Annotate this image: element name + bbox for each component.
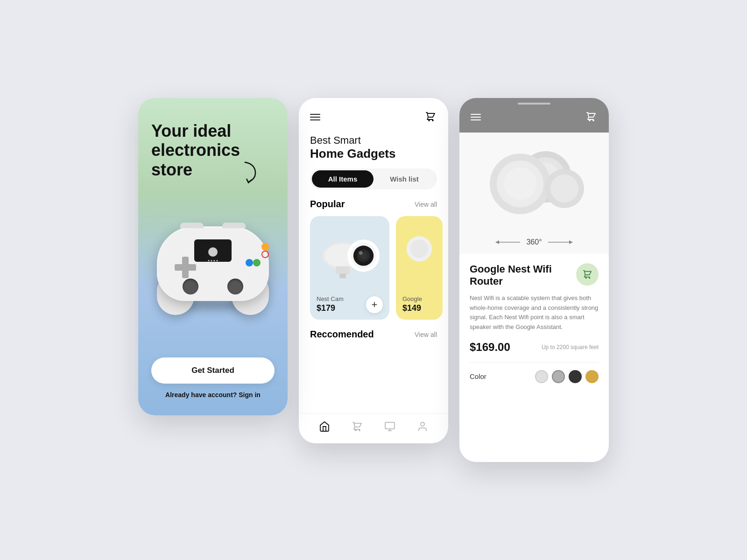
screen1-bottom: Get Started Already have account? Sign i…: [151, 357, 275, 399]
svg-point-21: [504, 168, 536, 200]
coverage-text: Up to 2200 square feet: [542, 344, 599, 350]
svg-point-11: [410, 240, 429, 258]
add-to-cart-button[interactable]: [576, 263, 599, 286]
google-product-image: [396, 216, 443, 291]
product-360-area: 360°: [459, 133, 609, 254]
popular-view-all[interactable]: View all: [415, 201, 437, 208]
hamburger-line-1: [310, 114, 320, 115]
recommended-section: Reccomended View all: [299, 320, 448, 344]
screen3-cart-button[interactable]: [585, 111, 598, 123]
speaker: [208, 260, 218, 261]
analog-right: [227, 279, 243, 294]
degree-label: 360°: [526, 238, 542, 246]
cart-svg-icon: [425, 111, 437, 123]
price-row: $169.00 Up to 2200 square feet: [470, 341, 599, 354]
signin-prompt: Already have account? Sign in: [151, 391, 275, 399]
divider: [470, 362, 599, 363]
cart-add-icon: [582, 269, 592, 280]
arrow-decoration: [237, 159, 264, 186]
nav-cart[interactable]: [352, 421, 363, 432]
screen2-main-title: Home Gadgets: [310, 147, 437, 161]
color-option-white[interactable]: [535, 370, 548, 383]
arrow-left-icon: [494, 238, 522, 246]
screen2-title-area: Best Smart Home Gadgets: [299, 131, 448, 168]
hamburger-line-2: [310, 117, 320, 118]
display-icon: [384, 421, 395, 432]
svg-rect-12: [385, 422, 395, 429]
color-option-gold[interactable]: [585, 370, 599, 383]
nest-cam-image: [310, 216, 389, 291]
tab-bar: All Items Wish list: [310, 168, 437, 189]
recommended-view-all[interactable]: View all: [415, 331, 437, 338]
hamburger-line-3: [310, 119, 320, 120]
cart-icon-white: [585, 111, 598, 123]
router-svg: [473, 140, 595, 224]
product-card-google: Google $149: [396, 216, 443, 320]
color-label: Color: [470, 372, 486, 380]
product-title-row: Google Nest Wifi Router: [470, 263, 599, 288]
google-product-price: $149: [402, 303, 436, 313]
camera-illustration: [317, 225, 382, 281]
controller-body: [157, 226, 269, 301]
google-product-name: Google: [402, 295, 436, 302]
shoulder-r: [222, 223, 246, 228]
cart-nav-icon: [352, 421, 363, 432]
svg-point-15: [421, 422, 424, 426]
profile-icon: [417, 421, 428, 432]
screen3-header: [459, 98, 609, 133]
color-options: [535, 370, 599, 383]
screen1-onboarding: Your ideal electronics store: [138, 98, 288, 415]
screen3-product-detail: 360° Google Nest Wifi Router Nest Wifi i…: [459, 98, 609, 462]
notch-indicator: [518, 103, 550, 105]
google-product-info: Google $149: [396, 291, 443, 320]
screen3-hamburger[interactable]: [471, 114, 481, 120]
products-row: Nest Cam $179 + Google $149: [299, 216, 448, 320]
nav-display[interactable]: [384, 421, 395, 432]
svg-rect-9: [339, 273, 346, 278]
screen3-content: Google Nest Wifi Router Nest Wifi is a s…: [459, 254, 609, 462]
svg-point-23: [550, 175, 578, 203]
home-icon: [319, 421, 330, 432]
recommended-header: Reccomended View all: [310, 329, 437, 340]
tab-all-items[interactable]: All Items: [312, 170, 374, 188]
hamburger-line: [471, 119, 481, 120]
product-description: Nest Wifi is a scalable system that give…: [470, 294, 599, 332]
signin-link[interactable]: Sign in: [239, 391, 261, 399]
shoulder-l: [180, 223, 204, 228]
controller-illustration: [142, 184, 284, 353]
recommended-title: Reccomended: [310, 329, 374, 340]
color-option-black[interactable]: [569, 370, 582, 383]
product-card-nest-cam: Nest Cam $179 +: [310, 216, 389, 320]
product-title: Google Nest Wifi Router: [470, 263, 576, 288]
screen2-subtitle: Best Smart: [310, 134, 437, 147]
color-option-gray[interactable]: [552, 370, 565, 383]
screens-container: Your ideal electronics store: [47, 98, 700, 462]
signin-prompt-text: Already have account?: [165, 391, 237, 399]
hamburger-line: [471, 114, 481, 115]
svg-point-7: [359, 251, 363, 255]
get-started-button[interactable]: Get Started: [151, 357, 275, 384]
nav-profile[interactable]: [417, 421, 428, 432]
nest-cam-add-button[interactable]: +: [366, 296, 383, 313]
svg-rect-8: [336, 266, 350, 275]
cart-icon-button[interactable]: [425, 111, 437, 123]
screen2-header: [299, 98, 448, 131]
hamburger-line: [471, 117, 481, 118]
360-label: 360°: [494, 238, 573, 246]
nav-home[interactable]: [319, 421, 330, 432]
arrow-right-icon: [546, 238, 574, 246]
router-illustration: [473, 140, 595, 224]
hamburger-menu-button[interactable]: [310, 114, 320, 120]
tab-wish-list[interactable]: Wish list: [374, 170, 435, 188]
color-selector-row: Color: [470, 370, 599, 383]
bottom-navigation: [299, 413, 448, 443]
analog-left: [183, 279, 198, 294]
screen2-product-list: Best Smart Home Gadgets All Items Wish l…: [299, 98, 448, 443]
logo-button: [208, 247, 218, 257]
product-price: $169.00: [470, 341, 510, 354]
popular-title: Popular: [310, 199, 345, 210]
router-mini-illustration: [403, 225, 435, 281]
popular-section-header: Popular View all: [299, 199, 448, 216]
